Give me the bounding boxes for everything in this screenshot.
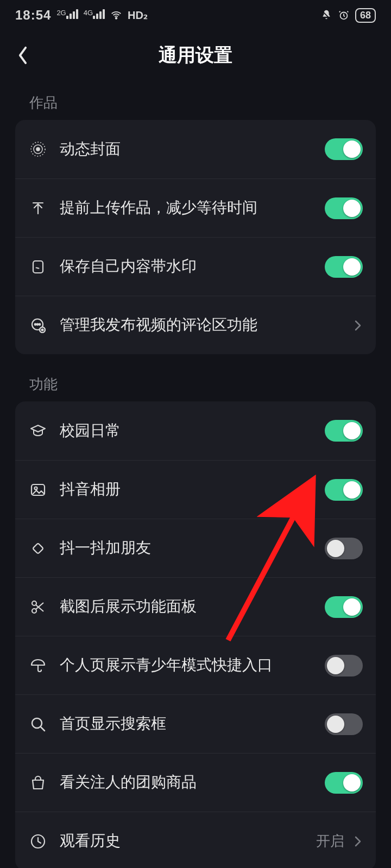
toggle-watermark[interactable]	[325, 256, 363, 278]
row-follow-groupbuy[interactable]: 看关注人的团购商品	[15, 753, 376, 812]
umbrella-icon	[28, 656, 48, 675]
svg-point-9	[37, 323, 39, 325]
comment-settings-icon	[28, 316, 48, 335]
signal-4g: 4G	[84, 9, 105, 22]
photo-icon	[28, 480, 48, 500]
search-icon	[28, 714, 48, 734]
svg-point-3	[36, 148, 40, 151]
status-left: 18:54 2G 4G HD₂	[15, 8, 148, 23]
signal-bars-icon	[93, 9, 105, 19]
row-watermark[interactable]: 保存自己内容带水印	[15, 237, 376, 296]
signal-bars-icon	[66, 9, 78, 19]
svg-point-10	[39, 323, 41, 325]
status-time: 18:54	[15, 8, 51, 23]
row-album[interactable]: 抖音相册	[15, 460, 376, 519]
toggle-teen-shortcut[interactable]	[325, 655, 363, 676]
image-card-icon	[28, 257, 48, 277]
toggle-pre-upload[interactable]	[325, 197, 363, 219]
target-icon	[28, 139, 48, 159]
hd-indicator: HD₂	[128, 9, 148, 22]
row-label: 管理我发布视频的评论区功能	[48, 315, 348, 335]
row-pre-upload[interactable]: 提前上传作品，减少等待时间	[15, 178, 376, 237]
chevron-right-icon	[353, 834, 363, 849]
page-title: 通用设置	[159, 43, 232, 68]
svg-point-17	[32, 601, 36, 605]
toggle-campus[interactable]	[325, 420, 363, 442]
section-label-features: 功能	[0, 354, 391, 401]
mute-icon	[320, 9, 332, 21]
rotate-icon	[28, 539, 48, 558]
graduation-cap-icon	[28, 421, 48, 441]
svg-point-18	[32, 609, 36, 613]
wifi-icon	[110, 9, 122, 21]
battery-indicator: 68	[355, 8, 376, 23]
features-card: 校园日常 抖音相册 抖一抖加朋友 截图后展示功能面板 个人页展示青少年模式快捷入…	[15, 401, 376, 868]
row-shake-friends[interactable]: 抖一抖加朋友	[15, 519, 376, 577]
svg-point-15	[35, 487, 37, 489]
row-label: 首页显示搜索框	[48, 714, 325, 733]
status-bar: 18:54 2G 4G HD₂ 68	[0, 0, 391, 30]
shopping-bag-icon	[28, 773, 48, 793]
clock-icon	[28, 832, 48, 851]
svg-rect-16	[33, 543, 43, 554]
toggle-home-search[interactable]	[325, 713, 363, 735]
row-label: 个人页展示青少年模式快捷入口	[48, 655, 325, 675]
row-label: 看关注人的团购商品	[48, 773, 325, 792]
row-label: 保存自己内容带水印	[48, 257, 325, 276]
toggle-album[interactable]	[325, 479, 363, 501]
row-home-search[interactable]: 首页显示搜索框	[15, 694, 376, 753]
toggle-screenshot-panel[interactable]	[325, 596, 363, 618]
header: 通用设置	[0, 30, 391, 80]
svg-rect-6	[33, 261, 43, 273]
row-label: 截图后展示功能面板	[48, 597, 325, 616]
svg-point-0	[116, 17, 117, 19]
signal-2g: 2G	[56, 9, 78, 22]
section-label-works: 作品	[0, 80, 391, 120]
row-label: 抖音相册	[48, 480, 325, 499]
back-button[interactable]	[10, 42, 36, 68]
chevron-right-icon	[353, 318, 363, 333]
row-value: 开启	[316, 832, 348, 851]
row-label: 校园日常	[48, 421, 325, 441]
toggle-follow-groupbuy[interactable]	[325, 772, 363, 794]
row-watch-history[interactable]: 观看历史 开启	[15, 812, 376, 868]
svg-point-8	[35, 323, 36, 325]
works-card: 动态封面 提前上传作品，减少等待时间 保存自己内容带水印 管理我发布视频的评论区…	[15, 120, 376, 354]
row-dynamic-cover[interactable]: 动态封面	[15, 120, 376, 178]
row-label: 提前上传作品，减少等待时间	[48, 198, 325, 218]
scissors-icon	[28, 597, 48, 617]
row-teen-shortcut[interactable]: 个人页展示青少年模式快捷入口	[15, 636, 376, 694]
toggle-shake-friends[interactable]	[325, 538, 363, 559]
row-campus[interactable]: 校园日常	[15, 401, 376, 460]
row-screenshot-panel[interactable]: 截图后展示功能面板	[15, 577, 376, 636]
status-right: 68	[320, 8, 376, 23]
row-label: 抖一抖加朋友	[48, 538, 325, 558]
toggle-dynamic-cover[interactable]	[325, 138, 363, 160]
chevron-left-icon	[17, 46, 29, 65]
svg-point-13	[42, 329, 43, 330]
row-label: 观看历史	[48, 831, 316, 851]
row-label: 动态封面	[48, 139, 325, 159]
alarm-icon	[338, 9, 350, 21]
upload-icon	[28, 199, 48, 218]
row-comment-mgmt[interactable]: 管理我发布视频的评论区功能	[15, 296, 376, 354]
